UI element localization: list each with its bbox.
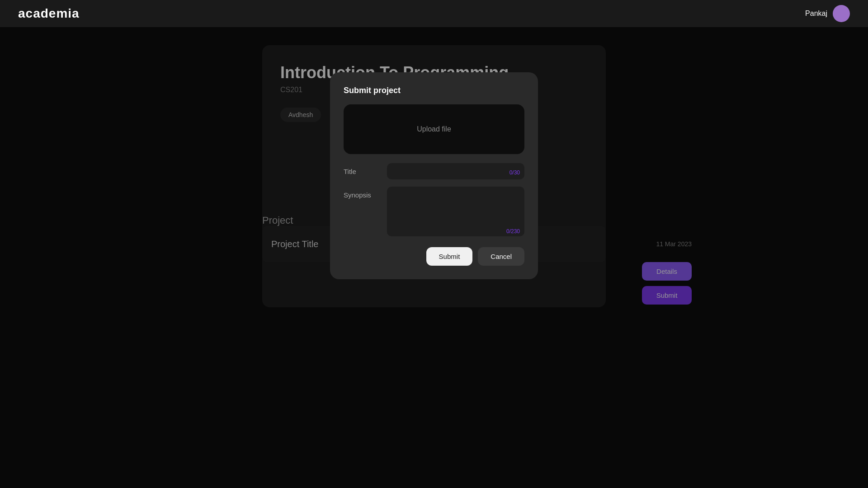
title-char-count: 0/30: [509, 169, 520, 176]
title-label: Title: [344, 163, 380, 175]
synopsis-label: Synopsis: [344, 187, 380, 199]
synopsis-input-wrapper: 0/230: [387, 187, 524, 238]
upload-label: Upload file: [417, 125, 451, 133]
logo: academia: [18, 6, 80, 21]
title-input[interactable]: [387, 163, 524, 179]
user-section: Pankaj: [805, 5, 850, 22]
synopsis-char-count: 0/230: [506, 228, 520, 235]
title-field-row: Title 0/30: [344, 163, 524, 179]
upload-area[interactable]: Upload file: [344, 104, 524, 154]
username: Pankaj: [805, 9, 827, 18]
main-content: Introduction To Programming CS201 Avdhes…: [0, 27, 868, 488]
modal-title: Submit project: [344, 86, 524, 95]
submit-modal: Submit project Upload file Title 0/30 Sy…: [330, 72, 538, 279]
synopsis-input[interactable]: [387, 187, 524, 236]
modal-cancel-button[interactable]: Cancel: [478, 247, 524, 266]
synopsis-field-row: Synopsis 0/230: [344, 187, 524, 238]
title-input-wrapper: 0/30: [387, 163, 524, 179]
modal-footer: Submit Cancel: [344, 247, 524, 266]
header: academia Pankaj: [0, 0, 868, 27]
modal-overlay: Submit project Upload file Title 0/30 Sy…: [0, 27, 868, 488]
modal-submit-button[interactable]: Submit: [426, 247, 473, 266]
avatar[interactable]: [833, 5, 850, 22]
